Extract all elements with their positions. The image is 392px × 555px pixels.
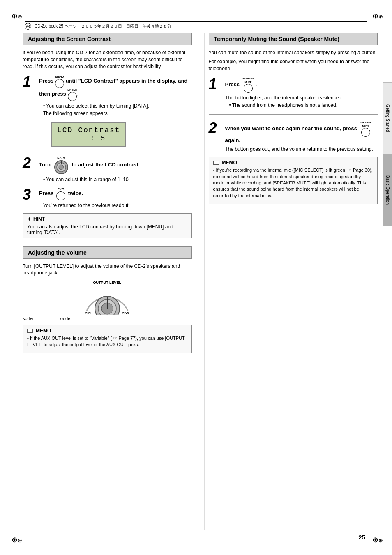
step-3-number: 3 — [23, 187, 35, 208]
step-1-detail2: The following screen appears. — [43, 111, 192, 116]
step-2-instruction: Turn DATA to adjust the LCD contrast. — [39, 156, 192, 175]
speaker-mute-title: Temporarily Muting the Sound (Speaker Mu… — [209, 33, 378, 45]
header-jp-text: CD-2.e.book 25 ページ ２００５年２月２０日 日曜日 午後４時２８… — [35, 23, 171, 29]
data-knob-icon — [54, 160, 69, 175]
step-2-detail1: • You can adjust this in a range of 1–10… — [43, 177, 192, 182]
hint-box-title: ✦ HINT — [27, 216, 187, 222]
mute-step-1-content: Press SPEAKERMUTE . The button lights, a… — [225, 77, 378, 108]
svg-text:MAX: MAX — [122, 311, 129, 315]
volume-title: Adjusting the Volume — [23, 246, 192, 259]
hint-box-text: You can also adjust the LCD contrast by … — [27, 224, 187, 235]
mute-step-1-detail1: The button lights, and the internal spea… — [225, 95, 378, 101]
mute-step-1-detail2: • The sound from the headphones is not s… — [229, 102, 378, 108]
mute-step-2: 2 When you want to once again hear the s… — [209, 121, 378, 152]
volume-memo-title: MEMO — [27, 328, 187, 334]
speaker-mute-section: Temporarily Muting the Sound (Speaker Mu… — [209, 33, 378, 204]
mute-step-1-number: 1 — [209, 77, 221, 108]
right-column: Temporarily Muting the Sound (Speaker Mu… — [204, 33, 378, 530]
volume-intro: Turn [OUTPUT LEVEL] to adjust the volume… — [23, 263, 192, 277]
mute-step-2-instruction: When you want to once again hear the sou… — [225, 121, 378, 144]
output-level-label: OUTPUT LEVEL — [23, 281, 192, 285]
hint-box: ✦ HINT You can also adjust the LCD contr… — [23, 213, 192, 238]
svg-point-2 — [59, 165, 64, 170]
volume-memo-text: • If the AUX OUT level is set to "Variab… — [27, 335, 187, 348]
corner-mark-tl: ⊕ — [12, 12, 20, 20]
volume-dial-area: OUTPUT LEVEL MIN MAX softer louder — [23, 281, 192, 321]
exit-button-icon — [56, 191, 65, 200]
speaker-mute-button-icon-2 — [361, 128, 370, 137]
speaker-mute-memo-title: MEMO — [213, 160, 374, 166]
mute-step-2-detail1: The button goes out, and the volume retu… — [225, 146, 378, 152]
step-3-content: Press EXIT twice. You're returned to the… — [39, 187, 192, 208]
mute-step-1: 1 Press SPEAKERMUTE . The button lights,… — [209, 77, 378, 108]
dial-labels: softer louder — [23, 316, 72, 321]
step-1-number: 1 — [23, 75, 35, 151]
screen-contrast-section: Adjusting the Screen Contrast If you've … — [23, 33, 192, 238]
step-2-content: Turn DATA to adjust the LCD contrast. — [39, 156, 192, 182]
header-circle-icon: ⊕ — [25, 23, 31, 30]
mute-step-2-content: When you want to once again hear the sou… — [225, 121, 378, 152]
speaker-mute-memo-text: • If you're recording via the internal m… — [213, 167, 374, 199]
sidebar-tabs: Getting Started Basic Operation — [383, 82, 392, 226]
screen-contrast-title: Adjusting the Screen Contrast — [23, 33, 192, 45]
mute-step-2-number: 2 — [209, 121, 221, 152]
mute-step-1-instruction: Press SPEAKERMUTE . — [225, 77, 378, 93]
step-1-instruction: Press MENU until "LCD Contrast" appears … — [39, 75, 192, 101]
speaker-mute-intro2: For example, you might find this conveni… — [209, 58, 378, 72]
step-1-content: Press MENU until "LCD Contrast" appears … — [39, 75, 192, 151]
step-3-instruction: Press EXIT twice. — [39, 187, 192, 200]
volume-memo-box: MEMO • If the AUX OUT level is set to "V… — [23, 325, 192, 353]
step-2: 2 Turn DATA to adj — [23, 156, 192, 182]
speaker-mute-memo-box: MEMO • If you're recording via the inter… — [209, 157, 378, 204]
speaker-mute-button-icon — [244, 84, 253, 93]
bottom-rule — [23, 530, 378, 530]
speaker-mute-intro1: You can mute the sound of the internal s… — [209, 49, 378, 56]
corner-mark-br: ⊕ — [372, 535, 380, 543]
step-1: 1 Press MENU until "LCD Contrast" appear… — [23, 75, 192, 151]
speaker-memo-icon — [213, 161, 219, 165]
volume-dial-svg: MIN MAX — [83, 286, 132, 315]
lcd-display: LCD Contrast : 5 — [51, 122, 126, 147]
step-2-number: 2 — [23, 156, 35, 182]
enter-button-icon — [68, 92, 77, 101]
menu-button-icon — [55, 79, 64, 88]
main-content: Adjusting the Screen Contrast If you've … — [23, 33, 378, 530]
section-divider — [209, 114, 378, 115]
page-number: 25 — [358, 534, 365, 541]
step-3-detail1: You're returned to the previous readout. — [43, 203, 192, 208]
step-1-detail1: • You can also select this item by turni… — [43, 103, 192, 109]
sidebar-tab-basic-operation[interactable]: Basic Operation — [383, 154, 392, 226]
left-column: Adjusting the Screen Contrast If you've … — [23, 33, 196, 530]
memo-icon — [27, 329, 33, 333]
header-area: ⊕ CD-2.e.book 25 ページ ２００５年２月２０日 日曜日 午後４時… — [25, 21, 367, 31]
volume-section: Adjusting the Volume Turn [OUTPUT LEVEL]… — [23, 246, 192, 353]
step-3: 3 Press EXIT twice. You're returned to t… — [23, 187, 192, 208]
screen-contrast-intro: If you've been using the CD-2 for an ext… — [23, 49, 192, 70]
svg-text:MIN: MIN — [85, 311, 91, 315]
sidebar-tab-getting-started[interactable]: Getting Started — [383, 82, 392, 154]
corner-mark-bl: ⊕ — [12, 535, 20, 543]
corner-mark-tr: ⊕ — [372, 12, 380, 20]
